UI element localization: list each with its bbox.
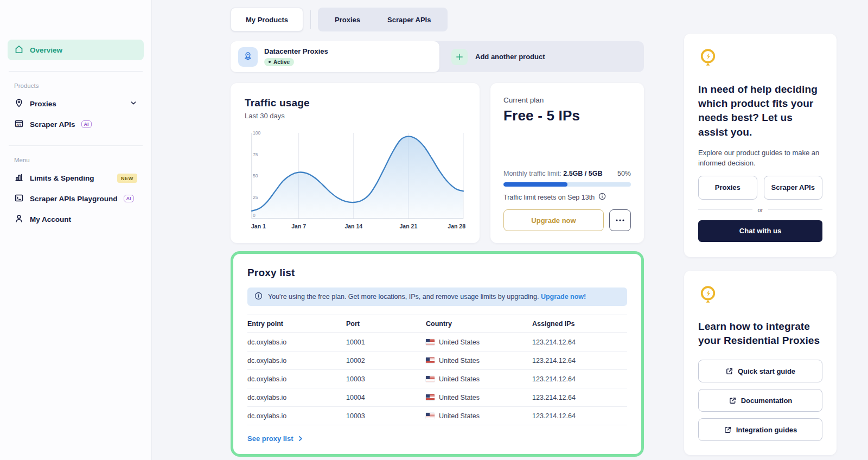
assigned-ip-cell: 123.214.12.64 bbox=[532, 407, 627, 425]
svg-text:Jan 14: Jan 14 bbox=[344, 223, 362, 229]
chat-with-us-button[interactable]: Chat with us bbox=[698, 220, 822, 242]
svg-text:Jan 28: Jan 28 bbox=[448, 223, 465, 229]
bar-chart-icon bbox=[14, 173, 24, 184]
lightbulb-icon bbox=[698, 300, 718, 309]
banner-text: You're using the free plan. Get more loc… bbox=[268, 293, 539, 301]
product-tabs: My Products Proxies Scraper APIs bbox=[231, 8, 644, 31]
traffic-reset-row: Traffic limit resets on Sep 13th bbox=[503, 193, 631, 202]
proxies-guide-button[interactable]: Proxies bbox=[698, 176, 757, 200]
free-plan-banner: You're using the free plan. Get more loc… bbox=[247, 288, 627, 306]
sidebar-item-limits-spending[interactable]: Limits & Spending NEW bbox=[8, 168, 144, 188]
country-cell: United States bbox=[426, 394, 532, 401]
ai-badge: AI bbox=[81, 120, 92, 129]
traffic-subtitle: Last 30 days bbox=[245, 112, 467, 120]
sidebar-item-proxies[interactable]: Proxies bbox=[8, 93, 144, 114]
column-header-port: Port bbox=[346, 315, 426, 333]
more-options-button[interactable] bbox=[609, 209, 631, 231]
traffic-title: Traffic usage bbox=[245, 97, 467, 109]
tab-group: Proxies Scraper APIs bbox=[318, 8, 448, 31]
home-icon bbox=[14, 44, 24, 56]
chevron-down-icon[interactable] bbox=[130, 99, 137, 108]
plan-name: Free - 5 IPs bbox=[503, 107, 631, 124]
sidebar-item-scraper-apis[interactable]: API Scraper APIs AI bbox=[8, 114, 144, 135]
new-badge: NEW bbox=[117, 174, 137, 183]
products-row: Datacenter Proxies Active Add another pr… bbox=[231, 41, 644, 72]
svg-text:100: 100 bbox=[253, 130, 260, 136]
product-card-datacenter-proxies[interactable]: Datacenter Proxies Active bbox=[231, 41, 439, 72]
product-title: Datacenter Proxies bbox=[264, 47, 328, 55]
add-product-button[interactable]: Add another product bbox=[439, 41, 644, 72]
sidebar-item-label: Scraper APIs bbox=[30, 120, 75, 129]
status-dot-icon bbox=[269, 61, 271, 63]
integration-guides-button[interactable]: Integration guides bbox=[698, 418, 822, 441]
upgrade-now-button[interactable]: Upgrade now bbox=[503, 209, 604, 231]
tab-proxies[interactable]: Proxies bbox=[321, 16, 374, 24]
country-cell: United States bbox=[426, 357, 532, 365]
sidebar-item-scraper-playground[interactable]: Scraper APIs Playground AI bbox=[8, 188, 144, 209]
sidebar-item-overview[interactable]: Overview bbox=[8, 40, 144, 60]
external-link-icon bbox=[724, 426, 732, 434]
traffic-usage-card: Traffic usage Last 30 days 0255075100Jan… bbox=[231, 83, 480, 243]
proxy-list-title: Proxy list bbox=[247, 267, 627, 279]
sidebar-item-my-account[interactable]: My Account bbox=[8, 209, 144, 229]
external-link-icon bbox=[729, 397, 737, 405]
integration-card: Learn how to integrate your Residential … bbox=[684, 271, 837, 455]
ellipsis-icon bbox=[616, 219, 624, 221]
svg-text:50: 50 bbox=[253, 173, 258, 178]
tab-my-products[interactable]: My Products bbox=[231, 8, 303, 31]
proxy-table: Entry point Port Country Assigned IPs dc… bbox=[247, 315, 627, 425]
integration-heading: Learn how to integrate your Residential … bbox=[698, 320, 822, 348]
column-header-country: Country bbox=[426, 315, 532, 333]
proxy-list-card-highlighted: Proxy list You're using the free plan. G… bbox=[231, 251, 644, 457]
column-header-assigned-ips: Assigned IPs bbox=[532, 315, 627, 333]
entry-point-cell: dc.oxylabs.io bbox=[247, 370, 346, 388]
port-cell: 10002 bbox=[346, 352, 426, 370]
port-cell: 10001 bbox=[346, 333, 426, 352]
help-body: Explore our product guides to make an in… bbox=[698, 148, 822, 169]
upgrade-now-link[interactable]: Upgrade now! bbox=[541, 293, 586, 301]
tab-scraper-apis[interactable]: Scraper APIs bbox=[374, 16, 444, 24]
scraper-apis-guide-button[interactable]: Scraper APIs bbox=[764, 176, 823, 200]
proxy-table-row: dc.oxylabs.io10002United States123.214.1… bbox=[247, 352, 627, 370]
tab-separator bbox=[310, 10, 311, 29]
chevron-right-icon bbox=[298, 436, 303, 442]
documentation-button[interactable]: Documentation bbox=[698, 389, 822, 412]
sidebar-item-label: My Account bbox=[30, 215, 71, 223]
add-product-label: Add another product bbox=[475, 53, 545, 61]
entry-point-cell: dc.oxylabs.io bbox=[247, 333, 346, 352]
quick-start-guide-button[interactable]: Quick start guide bbox=[698, 360, 822, 382]
sidebar-item-label: Proxies bbox=[30, 100, 56, 108]
assigned-ip-cell: 123.214.12.64 bbox=[532, 388, 627, 407]
sidebar-item-label: Scraper APIs Playground bbox=[30, 195, 118, 203]
proxy-table-row: dc.oxylabs.io10003United States123.214.1… bbox=[247, 370, 627, 388]
plus-icon bbox=[451, 49, 468, 65]
country-cell: United States bbox=[426, 338, 532, 346]
browser-api-icon: API bbox=[14, 119, 24, 130]
traffic-limit-row: Monthly traffic limit: 2.5GB / 5GB 50% bbox=[503, 170, 631, 177]
traffic-chart: 0255075100Jan 1Jan 7Jan 14Jan 21Jan 28 bbox=[245, 129, 467, 235]
traffic-percent: 50% bbox=[617, 170, 631, 177]
lightbulb-icon bbox=[698, 63, 718, 72]
section-label-products: Products bbox=[8, 82, 144, 89]
person-icon bbox=[14, 214, 24, 225]
help-deciding-card: In need of help deciding which product f… bbox=[684, 34, 837, 257]
divider bbox=[9, 71, 143, 72]
assigned-ip-cell: 123.214.12.64 bbox=[532, 352, 627, 370]
info-icon[interactable] bbox=[598, 193, 606, 202]
traffic-limit-value: 2.5GB / 5GB bbox=[563, 170, 602, 177]
assigned-ip-cell: 123.214.12.64 bbox=[532, 370, 627, 388]
svg-text:25: 25 bbox=[253, 195, 258, 200]
svg-text:Jan 21: Jan 21 bbox=[400, 223, 418, 229]
svg-text:API: API bbox=[17, 123, 21, 126]
see-proxy-list-link[interactable]: See proxy list bbox=[247, 435, 303, 443]
sidebar: Overview Products Proxies API Scraper AP… bbox=[0, 0, 152, 460]
entry-point-cell: dc.oxylabs.io bbox=[247, 388, 346, 407]
svg-text:0: 0 bbox=[253, 213, 256, 218]
plan-label: Current plan bbox=[503, 96, 631, 104]
svg-text:Jan 1: Jan 1 bbox=[251, 223, 266, 229]
country-cell: United States bbox=[426, 375, 532, 383]
port-cell: 10003 bbox=[346, 407, 426, 425]
ai-badge: AI bbox=[124, 195, 134, 203]
terminal-icon bbox=[14, 193, 24, 205]
us-flag-icon bbox=[426, 394, 435, 400]
